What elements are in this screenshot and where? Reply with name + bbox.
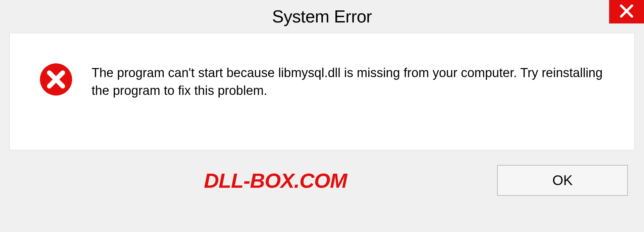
title-bar: System Error bbox=[0, 0, 644, 33]
close-icon bbox=[619, 4, 634, 20]
ok-button[interactable]: OK bbox=[497, 165, 628, 196]
message-panel: The program can't start because libmysql… bbox=[9, 33, 635, 150]
dialog-title: System Error bbox=[272, 6, 372, 26]
close-button[interactable] bbox=[609, 0, 644, 23]
error-icon bbox=[39, 63, 73, 96]
error-message: The program can't start because libmysql… bbox=[92, 63, 614, 100]
button-bar: DLL-BOX.COM OK bbox=[9, 150, 635, 211]
watermark-text: DLL-BOX.COM bbox=[204, 169, 347, 192]
